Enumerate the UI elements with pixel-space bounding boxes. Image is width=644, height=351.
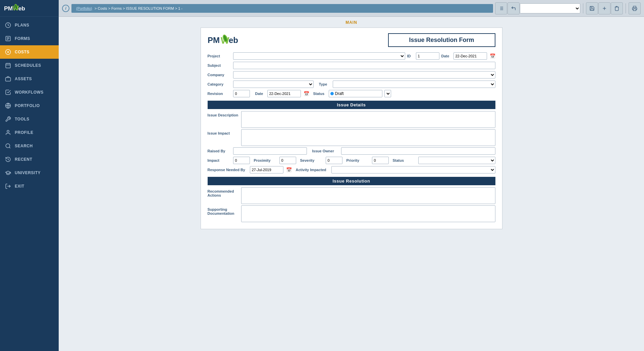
info-icon[interactable]: i bbox=[62, 5, 69, 12]
schedules-icon bbox=[5, 62, 11, 69]
project-select[interactable] bbox=[233, 52, 405, 60]
raised-by-input[interactable] bbox=[233, 147, 307, 155]
date-input[interactable] bbox=[453, 52, 487, 60]
impact-row: Impact Proximity Severity Priority Statu… bbox=[208, 157, 495, 164]
main-tab[interactable]: MAIN bbox=[345, 20, 357, 25]
company-label: Company bbox=[208, 73, 231, 77]
svg-text:PM: PM bbox=[4, 5, 13, 12]
response-calendar-icon[interactable]: 📅 bbox=[286, 167, 292, 172]
subject-row: Subject bbox=[208, 62, 495, 69]
supporting-documentation-label: Supporting Documentation bbox=[208, 205, 241, 222]
svg-rect-17 bbox=[6, 78, 11, 81]
sidebar-item-forms[interactable]: Forms bbox=[0, 32, 59, 45]
exit-icon bbox=[5, 183, 11, 190]
status-label: Status bbox=[313, 92, 327, 96]
id-input[interactable] bbox=[416, 52, 439, 60]
response-row: Response Needed By 📅 Activity Impacted bbox=[208, 166, 495, 173]
tools-icon bbox=[5, 116, 11, 122]
sidebar-item-schedules[interactable]: Schedules bbox=[0, 59, 59, 72]
svg-point-20 bbox=[7, 130, 9, 132]
status-text: Draft bbox=[335, 91, 344, 96]
plans-label: Plans bbox=[15, 23, 29, 28]
svg-text:PM: PM bbox=[208, 36, 220, 45]
status2-select[interactable] bbox=[418, 157, 495, 164]
proximity-input[interactable] bbox=[279, 157, 296, 164]
revision-row: Revision Date 📅 Status Draft bbox=[208, 90, 495, 97]
sidebar-logo: PM W eb bbox=[0, 0, 59, 17]
list-button[interactable] bbox=[495, 2, 507, 14]
sidebar-item-workflows[interactable]: Workflows bbox=[0, 86, 59, 99]
toolbar-group-mid bbox=[586, 2, 623, 14]
sidebar-item-portfolio[interactable]: Portfolio bbox=[0, 99, 59, 112]
revision-input[interactable] bbox=[233, 90, 250, 97]
category-label: Category bbox=[208, 82, 231, 86]
date-calendar-icon[interactable]: 📅 bbox=[490, 53, 495, 59]
record-select[interactable] bbox=[520, 3, 580, 13]
workflows-icon bbox=[5, 89, 11, 96]
raised-by-label: Raised By bbox=[208, 149, 231, 153]
delete-button[interactable] bbox=[611, 2, 623, 14]
severity-input[interactable] bbox=[326, 157, 342, 164]
sidebar-item-profile[interactable]: Profile bbox=[0, 126, 59, 139]
schedules-label: Schedules bbox=[15, 63, 41, 68]
breadcrumb-text: > Costs > Forms > ISSUE RESOLUTION FORM … bbox=[94, 6, 182, 10]
category-select[interactable] bbox=[233, 81, 314, 88]
pmweb-logo: PM W eb bbox=[208, 33, 258, 48]
project-row: Project ID Date 📅 bbox=[208, 52, 495, 60]
undo-button[interactable] bbox=[507, 2, 520, 14]
svg-line-22 bbox=[9, 147, 10, 148]
add-button[interactable] bbox=[598, 2, 610, 14]
sidebar-item-plans[interactable]: Plans bbox=[0, 18, 59, 32]
status-select[interactable] bbox=[384, 90, 391, 97]
portfolio-link[interactable]: (Portfolio) bbox=[76, 6, 92, 10]
issue-impact-label: Issue Impact bbox=[208, 129, 241, 146]
separator-2 bbox=[626, 3, 626, 13]
response-needed-by-input[interactable] bbox=[250, 166, 283, 173]
assets-label: Assets bbox=[15, 77, 32, 81]
svg-point-21 bbox=[6, 144, 10, 148]
activity-impacted-label: Activity Impacted bbox=[296, 168, 329, 172]
university-icon bbox=[5, 169, 11, 176]
issue-description-row: Issue Description bbox=[208, 111, 495, 128]
sidebar-item-tools[interactable]: Tools bbox=[0, 112, 59, 126]
recent-label: Recent bbox=[15, 157, 32, 162]
issue-impact-input[interactable] bbox=[241, 129, 495, 146]
proximity-label: Proximity bbox=[254, 158, 277, 162]
sidebar-item-costs[interactable]: Costs bbox=[0, 45, 59, 59]
date2-input[interactable] bbox=[267, 90, 301, 97]
date2-calendar-icon[interactable]: 📅 bbox=[304, 91, 309, 96]
recommended-actions-input[interactable] bbox=[241, 187, 495, 204]
issue-owner-label: Issue Owner bbox=[312, 149, 339, 153]
sidebar-item-assets[interactable]: Assets bbox=[0, 72, 59, 86]
impact-input[interactable] bbox=[233, 157, 250, 164]
costs-label: Costs bbox=[15, 50, 30, 54]
sidebar-nav: Plans Forms Costs Schedules bbox=[0, 17, 59, 351]
company-select[interactable] bbox=[233, 71, 495, 79]
subject-input[interactable] bbox=[233, 62, 495, 69]
type-select[interactable] bbox=[333, 81, 495, 88]
svg-text:eb: eb bbox=[18, 5, 25, 12]
priority-input[interactable] bbox=[372, 157, 389, 164]
issue-description-input[interactable] bbox=[241, 111, 495, 128]
top-bar: i (Portfolio) > Costs > Forms > ISSUE RE… bbox=[59, 0, 644, 17]
company-row: Company bbox=[208, 71, 495, 79]
sidebar-item-search[interactable]: Search bbox=[0, 139, 59, 153]
profile-icon bbox=[5, 129, 11, 136]
university-label: University bbox=[15, 170, 41, 175]
issue-description-label: Issue Description bbox=[208, 111, 241, 128]
activity-impacted-select[interactable] bbox=[331, 166, 495, 173]
supporting-documentation-input[interactable] bbox=[241, 205, 495, 222]
print-button[interactable] bbox=[629, 2, 641, 14]
logo: PM W eb bbox=[4, 3, 31, 14]
form-panel: PM W eb Issue Resolution Form Project ID… bbox=[201, 28, 502, 229]
date-label: Date bbox=[441, 54, 451, 58]
sidebar-item-recent[interactable]: Recent bbox=[0, 153, 59, 166]
severity-label: Severity bbox=[300, 158, 324, 162]
sidebar-item-exit[interactable]: Exit bbox=[0, 180, 59, 193]
portfolio-label: Portfolio bbox=[15, 103, 40, 108]
status2-label: Status bbox=[393, 158, 416, 162]
issue-owner-input[interactable] bbox=[341, 147, 495, 155]
sidebar-item-university[interactable]: University bbox=[0, 166, 59, 180]
save-button[interactable] bbox=[586, 2, 598, 14]
category-row: Category Type bbox=[208, 81, 495, 88]
